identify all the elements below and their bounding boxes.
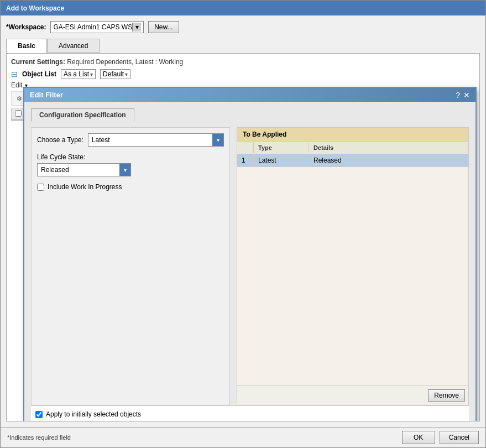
right-table-header: Type Details [237, 142, 468, 154]
current-settings: Current Settings: Required Dependents, L… [11, 58, 475, 66]
as-list-text: As a List [64, 70, 89, 78]
default-select[interactable]: Default ▾ [100, 69, 130, 79]
apply-latest-checkbox[interactable] [35, 421, 43, 422]
choose-type-row: Choose a Type: Latest ▾ [37, 133, 224, 147]
current-settings-value: Required Dependents, Latest : Working [67, 58, 183, 66]
choose-type-arrow[interactable]: ▾ [212, 134, 223, 146]
left-panel: Choose a Type: Latest ▾ Life Cycle State… [31, 127, 230, 405]
row-details: Released [309, 154, 468, 166]
as-list-select[interactable]: As a List ▾ [61, 69, 96, 79]
cancel-button[interactable]: Cancel [440, 431, 479, 444]
to-be-applied-header: To Be Applied [237, 128, 468, 142]
dialog-main-content: Choose a Type: Latest ▾ Life Cycle State… [31, 127, 469, 405]
apply-initial-checkbox[interactable] [35, 411, 43, 418]
checkboxes-area: Apply to initially selected objects Appl… [31, 405, 469, 421]
tab-content-area: Current Settings: Required Dependents, L… [6, 53, 480, 421]
remove-button[interactable]: Remove [428, 389, 465, 402]
lifecycle-arrow[interactable]: ▾ [119, 164, 130, 176]
include-wip-label: Include Work In Progress [48, 183, 122, 191]
right-th-details: Details [309, 143, 468, 153]
right-th-num [237, 143, 254, 153]
choose-type-label: Choose a Type: [37, 136, 83, 144]
dialog-title-icons: ? ✕ [456, 91, 470, 99]
default-text: Default [103, 70, 124, 78]
row-num: 1 [237, 154, 254, 166]
object-list-title: Object List [22, 70, 56, 78]
edit-filter-dialog: Edit Filter ? ✕ Configuration Specificat… [23, 87, 477, 421]
choose-type-value: Latest [88, 135, 212, 145]
dialog-tab-config-spec[interactable]: Configuration Specification [31, 108, 134, 122]
object-list-header: ⊟ Object List As a List ▾ Default ▾ [11, 69, 475, 79]
workspace-select[interactable]: GA-ESI Admin1 CAPS WS ▾ [50, 21, 144, 33]
lifecycle-value: Released [38, 165, 119, 175]
workspace-row: *Workspace: GA-ESI Admin1 CAPS WS ▾ New.… [6, 21, 480, 33]
current-settings-label: Current Settings: [11, 58, 65, 66]
checkbox1-row: Apply to initially selected objects [35, 410, 464, 418]
table-row[interactable]: 1 Latest Released [237, 154, 468, 167]
ok-button[interactable]: OK [402, 431, 435, 444]
apply-latest-label: Apply latest for unresolved dependents [46, 420, 160, 421]
new-button[interactable]: New... [148, 21, 179, 33]
tab-bar: Basic Advanced [6, 39, 480, 53]
right-panel-wrapper: To Be Applied Type Details [237, 127, 469, 405]
as-list-arrow: ▾ [90, 71, 93, 77]
main-window: Add to Workspace *Workspace: GA-ESI Admi… [0, 0, 486, 448]
workspace-dropdown-arrow[interactable]: ▾ [132, 23, 141, 32]
dialog-help-icon[interactable]: ? [456, 91, 460, 99]
lifecycle-label: Life Cycle State: [37, 153, 224, 161]
include-wip-checkbox[interactable] [37, 184, 44, 191]
required-note: *Indicates required field [7, 434, 71, 441]
remove-row: Remove [237, 386, 468, 405]
row-type: Latest [254, 154, 309, 166]
main-bottom-bar: *Indicates required field OK Cancel [1, 427, 485, 447]
dialog-tab-strip: Configuration Specification [31, 108, 469, 122]
window-title: Add to Workspace [6, 4, 64, 12]
main-title-bar: Add to Workspace [1, 1, 485, 15]
select-all-checkbox[interactable] [15, 110, 22, 117]
lifecycle-section: Life Cycle State: Released ▾ [37, 153, 224, 176]
checkbox2-row: Apply latest for unresolved dependents [35, 420, 464, 421]
dialog-title-text: Edit Filter [30, 91, 63, 99]
bottom-buttons: OK Cancel [402, 431, 479, 444]
right-panel-body: 1 Latest Released [237, 154, 468, 386]
collapse-icon[interactable]: ⊟ [11, 70, 18, 79]
workspace-label: *Workspace: [6, 23, 46, 31]
workspace-select-text: GA-ESI Admin1 CAPS WS [53, 23, 132, 31]
tab-advanced[interactable]: Advanced [47, 39, 100, 53]
lifecycle-select[interactable]: Released ▾ [37, 163, 131, 176]
right-th-type: Type [254, 143, 309, 153]
dialog-close-icon[interactable]: ✕ [463, 91, 470, 99]
right-panel: To Be Applied Type Details [237, 127, 469, 405]
tab-basic[interactable]: Basic [6, 39, 47, 53]
include-wip-row: Include Work In Progress [37, 183, 224, 191]
apply-initial-label: Apply to initially selected objects [46, 410, 141, 418]
edit-menu-label[interactable]: Edit [11, 81, 23, 89]
dialog-body: Configuration Specification Choose a Typ… [24, 102, 475, 421]
main-content: *Workspace: GA-ESI Admin1 CAPS WS ▾ New.… [1, 15, 485, 427]
default-arrow: ▾ [125, 71, 128, 77]
dialog-title-bar: Edit Filter ? ✕ [24, 88, 475, 102]
choose-type-select[interactable]: Latest ▾ [88, 133, 224, 147]
